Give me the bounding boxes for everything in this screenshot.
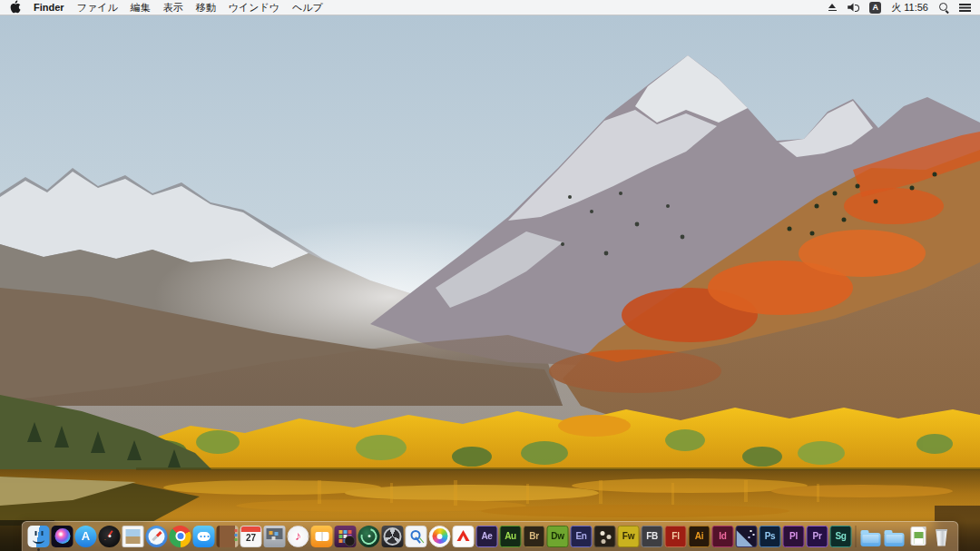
- dock-item-monitor-photos[interactable]: [264, 525, 286, 547]
- siri-orb-icon: [52, 526, 74, 547]
- notification-center-icon[interactable]: [959, 3, 971, 12]
- fl-label: Fl: [671, 532, 679, 541]
- dock-item-fb[interactable]: FB: [642, 525, 663, 547]
- dock-item-acrobat[interactable]: [453, 525, 475, 547]
- keychain-key-icon: [406, 526, 427, 547]
- ps-label: Ps: [765, 532, 776, 541]
- itunes-note-icon: ♪: [288, 526, 309, 547]
- dock-item-dark-image[interactable]: [736, 525, 758, 547]
- input-source-badge[interactable]: A: [869, 2, 881, 14]
- menubar-menu-2[interactable]: 編集: [131, 1, 151, 15]
- app-grid-icon: [335, 526, 357, 547]
- dock: A27♪AeAuBrDwEnFwFBFlAiIdPsPlPrSg: [22, 521, 959, 551]
- dreamweaver-icon: Dw: [547, 526, 569, 547]
- folder-icon: [885, 533, 905, 546]
- dock-item-folder-2[interactable]: [884, 525, 906, 547]
- dock-item-au[interactable]: Au: [500, 525, 522, 547]
- dock-item-ae[interactable]: Ae: [476, 525, 498, 547]
- dock-item-chrome[interactable]: [170, 525, 191, 547]
- illustrator-icon: Ai: [689, 526, 710, 547]
- menubar-menu-6[interactable]: ヘルプ: [292, 1, 323, 15]
- dock-item-photos[interactable]: [429, 525, 451, 547]
- dock-item-contacts[interactable]: [217, 525, 239, 547]
- dock-item-fw[interactable]: Fw: [618, 525, 640, 547]
- id-label: Id: [719, 532, 726, 541]
- volume-icon[interactable]: [848, 3, 859, 12]
- dock-item-dial[interactable]: [99, 525, 121, 547]
- dock-item-time-machine[interactable]: [358, 525, 380, 547]
- dock-item-sg[interactable]: Sg: [830, 525, 852, 547]
- dock-item-keychain[interactable]: [406, 525, 427, 547]
- encore-icon: En: [571, 526, 593, 547]
- dock-items: A27♪AeAuBrDwEnFwFBFlAiIdPsPlPrSg: [27, 525, 954, 547]
- photo-thumbnail-icon: [122, 526, 144, 547]
- flash-icon: Fl: [665, 526, 687, 547]
- dock-item-ibooks[interactable]: [311, 525, 333, 547]
- dock-item-itunes[interactable]: ♪: [288, 525, 309, 547]
- messages-bubble-icon: [193, 526, 215, 547]
- fb-label: FB: [646, 532, 658, 541]
- after-effects-icon: Ae: [476, 526, 498, 547]
- dock-item-siri[interactable]: [52, 525, 74, 547]
- dock-item-folder-1[interactable]: [860, 525, 882, 547]
- dock-item-calendar[interactable]: 27: [240, 525, 262, 547]
- chrome-icon: [170, 526, 191, 547]
- dock-separator: [856, 526, 857, 547]
- speedgrade-icon: Sg: [830, 526, 852, 547]
- desktop-wallpaper: [0, 15, 980, 551]
- indesign-icon: Id: [712, 526, 734, 547]
- safari-compass-icon: [146, 526, 168, 547]
- dock-item-molecule[interactable]: [594, 525, 616, 547]
- apple-logo-icon[interactable]: [9, 0, 21, 14]
- steering-wheel-icon: [382, 526, 404, 547]
- dock-item-wheel[interactable]: [382, 525, 404, 547]
- trash-icon: [935, 529, 948, 546]
- br-label: Br: [529, 532, 539, 541]
- dock-item-pr[interactable]: Pr: [807, 525, 828, 547]
- molecule-app-icon: [594, 526, 616, 547]
- dock-item-app-grid[interactable]: [335, 525, 357, 547]
- eject-icon[interactable]: [828, 3, 838, 13]
- acrobat-reader-icon: [453, 526, 475, 547]
- menubar-clock[interactable]: 火 11:56: [891, 1, 928, 15]
- sg-label: Sg: [835, 532, 846, 541]
- menubar-app-menu[interactable]: Finder: [34, 2, 64, 13]
- menubar-menu-4[interactable]: 移動: [196, 1, 216, 15]
- dock-item-pl[interactable]: Pl: [783, 525, 805, 547]
- dock-item-fl[interactable]: Fl: [665, 525, 687, 547]
- dark-dial-camera-icon: [99, 526, 121, 547]
- dock-item-messages[interactable]: [193, 525, 215, 547]
- menubar-menu-1[interactable]: ファイル: [77, 1, 118, 15]
- dock-item-en[interactable]: En: [571, 525, 593, 547]
- dw-label: Dw: [551, 532, 564, 541]
- calendar-icon: 27: [240, 526, 262, 547]
- fireworks-icon: Fw: [618, 526, 640, 547]
- fw-label: Fw: [622, 532, 634, 541]
- display-photos-icon: [264, 526, 286, 547]
- dock-item-ps[interactable]: Ps: [760, 525, 781, 547]
- finder-face-icon: [28, 526, 50, 547]
- dock-item-ai[interactable]: Ai: [689, 525, 710, 547]
- dock-item-dw[interactable]: Dw: [547, 525, 569, 547]
- audition-icon: Au: [500, 526, 522, 547]
- dock-item-finder[interactable]: [28, 525, 50, 547]
- ai-label: Ai: [695, 532, 703, 541]
- au-label: Au: [505, 532, 516, 541]
- dock-item-safari[interactable]: [146, 525, 168, 547]
- dock-item-document[interactable]: [907, 525, 929, 547]
- dock-item-trash[interactable]: [931, 525, 953, 547]
- en-label: En: [575, 532, 586, 541]
- spotlight-search-icon[interactable]: [938, 2, 949, 13]
- dock-item-id[interactable]: Id: [712, 525, 734, 547]
- dock-item-br[interactable]: Br: [524, 525, 545, 547]
- app-store-label: A: [82, 530, 90, 542]
- folder-icon: [861, 533, 881, 546]
- menu-bar: Finder ファイル編集表示移動ウインドウヘルプ A 火 11:56: [0, 0, 980, 15]
- premiere-icon: Pr: [807, 526, 828, 547]
- pr-label: Pr: [813, 532, 822, 541]
- dock-item-app-store[interactable]: A: [75, 525, 97, 547]
- dock-item-photo-frame[interactable]: [122, 525, 144, 547]
- itunes-label: ♪: [295, 529, 301, 542]
- menubar-menu-5[interactable]: ウインドウ: [229, 1, 279, 15]
- menubar-menu-3[interactable]: 表示: [163, 1, 183, 15]
